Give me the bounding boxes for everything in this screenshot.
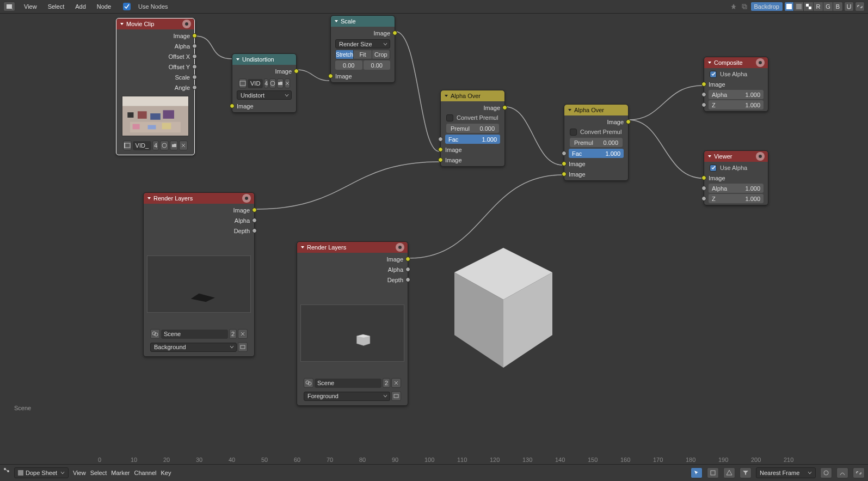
snap-mode-dropdown[interactable]: Nearest Frame <box>756 467 816 478</box>
z-field[interactable]: Z1.000 <box>709 194 764 203</box>
channel-r[interactable]: R <box>814 2 823 11</box>
collapse-icon[interactable] <box>236 57 240 62</box>
summary-icon[interactable] <box>707 467 719 478</box>
scene-users[interactable]: 2 <box>229 329 237 339</box>
menu-view[interactable]: View <box>22 2 39 11</box>
collapse-icon[interactable] <box>300 245 305 249</box>
scene-name-field[interactable]: Scene <box>315 379 381 388</box>
scale-y-field[interactable]: 0.00 <box>364 60 391 70</box>
collapse-icon[interactable] <box>707 154 712 159</box>
node-undistortion[interactable]: Undistortion Image VID 4 Undistort Image <box>232 53 297 113</box>
undistort-mode-dropdown[interactable]: Undistort <box>237 90 292 100</box>
view-combined-icon[interactable] <box>784 2 794 11</box>
unlink-icon[interactable] <box>391 378 401 388</box>
convert-premul-checkbox[interactable] <box>570 129 577 136</box>
alpha-field[interactable]: Alpha1.000 <box>709 184 764 193</box>
view-color-icon[interactable] <box>794 2 804 11</box>
unlink-icon[interactable] <box>179 141 188 150</box>
fake-user-icon[interactable] <box>160 141 169 150</box>
render-single-icon[interactable] <box>391 391 401 401</box>
menu-key[interactable]: Key <box>161 470 171 476</box>
preview-toggle-icon[interactable] <box>396 243 404 252</box>
menu-node[interactable]: Node <box>95 2 113 11</box>
use-alpha-checkbox[interactable] <box>710 165 717 172</box>
scene-name-field[interactable]: Scene <box>161 330 228 339</box>
node-alpha-over-1[interactable]: Alpha Over Image Convert Premul Premul0.… <box>440 90 505 167</box>
scale-mode-dropdown[interactable]: Render Size <box>335 39 390 48</box>
expand-icon[interactable] <box>855 2 865 11</box>
selection-tool-icon[interactable] <box>691 467 703 478</box>
preview-toggle-icon[interactable] <box>242 194 251 203</box>
collapse-icon[interactable] <box>707 60 712 65</box>
node-canvas[interactable]: Movie Clip Image Alpha Offset X Offset Y… <box>0 14 868 464</box>
clip-users[interactable]: 4 <box>152 141 159 150</box>
collapse-icon[interactable] <box>444 94 448 98</box>
fac-field[interactable]: Fac1.000 <box>569 149 624 158</box>
pin-icon[interactable] <box>729 2 738 11</box>
fake-user-icon[interactable] <box>269 78 276 88</box>
scale-x-field[interactable]: 0.00 <box>335 60 362 70</box>
collapse-icon[interactable] <box>334 19 338 23</box>
node-render-layers-bg[interactable]: Render Layers Image Alpha Depth Scene 2 … <box>143 192 255 357</box>
clip-name-field[interactable]: VID <box>248 79 263 88</box>
open-file-icon[interactable] <box>277 78 284 88</box>
collapse-icon[interactable] <box>568 108 572 112</box>
premul-field[interactable]: Premul0.000 <box>446 124 499 133</box>
channel-b[interactable]: B <box>833 2 843 11</box>
menu-add[interactable]: Add <box>73 2 88 11</box>
node-scale[interactable]: Scale Image Render Size Stretch Fit Crop… <box>330 15 395 83</box>
scale-fit-option[interactable]: Fit <box>354 50 372 59</box>
snap-icon[interactable] <box>844 2 854 11</box>
unlink-icon[interactable] <box>285 78 290 88</box>
node-composite[interactable]: Composite Use Alpha Image Alpha1.000 Z1.… <box>704 57 768 112</box>
node-alpha-over-2[interactable]: Alpha Over Image Convert Premul Premul0.… <box>564 104 629 181</box>
scene-browse-icon[interactable] <box>150 329 160 339</box>
output-scale: Scale <box>175 74 190 81</box>
scale-stretch-option[interactable]: Stretch <box>335 50 354 59</box>
clip-users[interactable]: 4 <box>264 78 268 88</box>
collapse-icon[interactable] <box>147 196 151 200</box>
scene-users[interactable]: 2 <box>383 378 390 388</box>
open-file-icon[interactable] <box>170 141 178 150</box>
node-movie-clip[interactable]: Movie Clip Image Alpha Offset X Offset Y… <box>116 18 195 155</box>
premul-field[interactable]: Premul0.000 <box>570 138 623 147</box>
menu-select[interactable]: Select <box>46 2 67 11</box>
filter-icon[interactable] <box>740 467 752 478</box>
menu-view[interactable]: View <box>73 470 86 476</box>
render-single-icon[interactable] <box>238 342 248 352</box>
backdrop-toggle[interactable]: Backdrop <box>750 2 783 11</box>
layer-dropdown[interactable]: Background <box>150 343 237 352</box>
convert-premul-checkbox[interactable] <box>446 114 453 121</box>
clip-browse-icon[interactable] <box>123 141 132 150</box>
view-alpha-icon[interactable] <box>804 2 814 11</box>
layer-dropdown[interactable]: Foreground <box>304 392 390 401</box>
preview-toggle-icon[interactable] <box>182 20 191 28</box>
fac-field[interactable]: Fac1.000 <box>445 135 500 144</box>
preview-toggle-icon[interactable] <box>756 152 765 161</box>
channel-g[interactable]: G <box>823 2 833 11</box>
use-alpha-checkbox[interactable] <box>710 71 717 78</box>
show-errors-icon[interactable] <box>723 467 735 478</box>
clip-name-field[interactable]: VID_ <box>133 141 151 150</box>
use-nodes-checkbox[interactable] <box>123 3 131 10</box>
z-field[interactable]: Z1.000 <box>709 100 764 109</box>
node-viewer[interactable]: Viewer Use Alpha Image Alpha1.000 Z1.000 <box>704 150 768 205</box>
proportional-icon[interactable] <box>820 467 832 478</box>
menu-select[interactable]: Select <box>90 470 107 476</box>
node-render-layers-fg[interactable]: Render Layers Image Alpha Depth Scene 2 … <box>297 241 408 406</box>
editor-type-selector[interactable] <box>3 2 15 11</box>
falloff-icon[interactable] <box>836 467 848 478</box>
alpha-field[interactable]: Alpha1.000 <box>709 90 764 99</box>
scale-crop-option[interactable]: Crop <box>372 50 390 59</box>
preview-toggle-icon[interactable] <box>756 58 765 67</box>
expand-icon[interactable] <box>853 467 865 478</box>
menu-marker[interactable]: Marker <box>111 470 130 476</box>
menu-channel[interactable]: Channel <box>134 470 156 476</box>
scene-browse-icon[interactable] <box>304 378 313 388</box>
collapse-icon[interactable] <box>120 22 124 26</box>
dopesheet-mode-dropdown[interactable]: Dope Sheet <box>14 467 69 478</box>
clip-browse-icon[interactable] <box>239 78 247 88</box>
copy-icon[interactable] <box>740 2 749 11</box>
unlink-icon[interactable] <box>238 329 248 339</box>
editor-type-selector[interactable] <box>3 467 10 478</box>
